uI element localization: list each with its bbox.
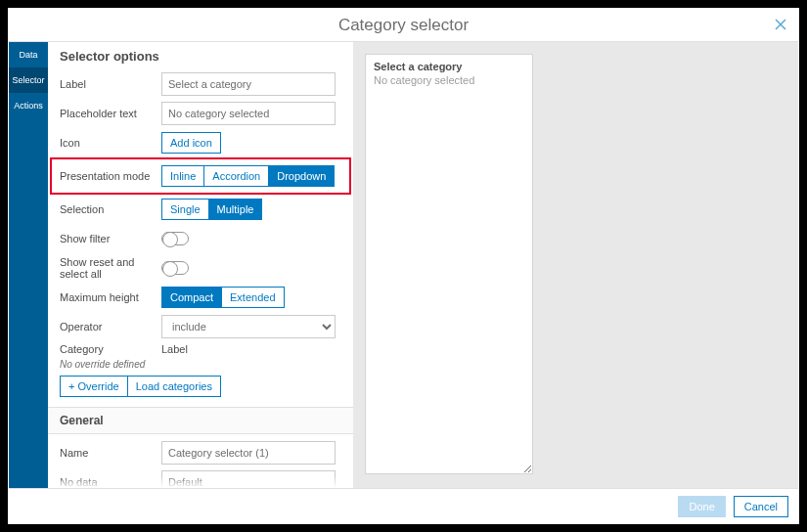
presentation-mode-label: Presentation mode: [60, 170, 161, 182]
no-data-field-label: No data: [60, 476, 161, 488]
show-reset-label: Show reset and select all: [60, 256, 161, 280]
add-icon-button[interactable]: Add icon: [161, 132, 221, 154]
show-reset-toggle[interactable]: [161, 261, 189, 275]
show-filter-toggle[interactable]: [161, 232, 189, 245]
presentation-dropdown-button[interactable]: Dropdown: [268, 165, 335, 187]
preview-subtitle: No category selected: [374, 74, 524, 86]
max-height-label: Maximum height: [60, 291, 161, 303]
operator-select[interactable]: include: [161, 315, 336, 338]
max-height-extended-button[interactable]: Extended: [221, 287, 284, 308]
tab-data[interactable]: Data: [9, 42, 48, 67]
dialog-title: Category selector: [338, 16, 469, 35]
side-tab-list: Data Selector Actions: [9, 42, 48, 488]
placeholder-field-label: Placeholder text: [60, 108, 161, 119]
presentation-mode-row: Presentation mode Inline Accordion Dropd…: [50, 157, 351, 195]
no-data-input[interactable]: [161, 470, 336, 488]
preview-title: Select a category: [374, 61, 524, 72]
name-field-label: Name: [60, 447, 161, 459]
category-subheader: Category Label: [60, 341, 337, 357]
no-override-note: No override defined: [60, 357, 337, 376]
preview-area: Select a category No category selected: [353, 42, 798, 488]
show-filter-label: Show filter: [60, 233, 161, 244]
dialog-footer: Done Cancel: [9, 488, 798, 523]
category-col-label: Category: [60, 343, 161, 355]
selection-multiple-button[interactable]: Multiple: [208, 199, 263, 220]
max-height-segment: Compact Extended: [161, 287, 285, 308]
cancel-button[interactable]: Cancel: [734, 496, 788, 517]
close-button[interactable]: [771, 15, 790, 34]
placeholder-input[interactable]: [161, 102, 336, 125]
close-icon: [774, 18, 787, 31]
panel-title: Selector options: [48, 42, 353, 69]
dialog-titlebar: Category selector: [9, 9, 798, 42]
presentation-accordion-button[interactable]: Accordion: [203, 165, 269, 187]
done-button[interactable]: Done: [678, 496, 725, 517]
presentation-mode-segment: Inline Accordion Dropdown: [161, 165, 335, 187]
presentation-inline-button[interactable]: Inline: [161, 165, 204, 187]
selection-single-button[interactable]: Single: [161, 199, 209, 220]
label-col-label: Label: [161, 343, 188, 355]
general-section-header: General: [48, 407, 353, 434]
preview-widget[interactable]: Select a category No category selected: [365, 54, 533, 474]
add-override-button[interactable]: + Override: [60, 376, 128, 397]
category-selector-dialog: Category selector Data Selector Actions …: [8, 8, 799, 524]
config-panel: Selector options Label Placeholder text …: [48, 42, 353, 488]
selection-segment: Single Multiple: [161, 199, 262, 220]
label-input[interactable]: [161, 72, 336, 96]
config-scroll[interactable]: Label Placeholder text Icon Add icon Pre…: [48, 69, 353, 488]
icon-field-label: Icon: [60, 137, 161, 149]
name-input[interactable]: [161, 441, 336, 465]
load-categories-button[interactable]: Load categories: [127, 376, 221, 397]
tab-actions[interactable]: Actions: [9, 93, 48, 118]
max-height-compact-button[interactable]: Compact: [161, 287, 222, 308]
operator-label: Operator: [60, 321, 161, 332]
tab-selector[interactable]: Selector: [9, 67, 48, 93]
label-field-label: Label: [60, 78, 161, 90]
selection-field-label: Selection: [60, 203, 161, 215]
